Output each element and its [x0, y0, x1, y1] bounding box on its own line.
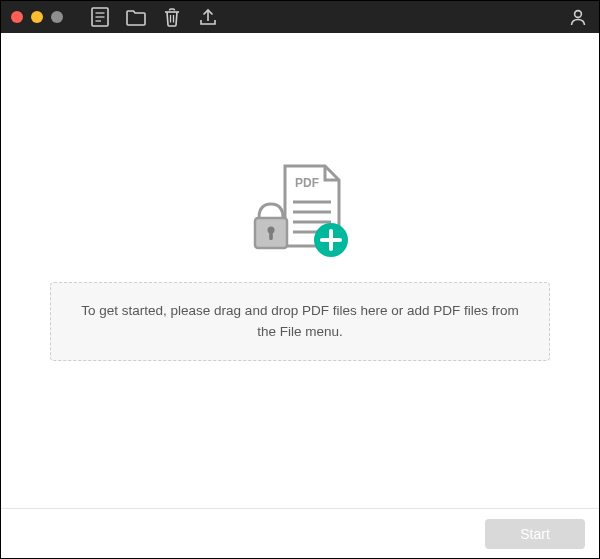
- user-icon[interactable]: [567, 6, 589, 28]
- window-maximize-button[interactable]: [51, 11, 63, 23]
- pdf-label: PDF: [295, 176, 319, 190]
- window-minimize-button[interactable]: [31, 11, 43, 23]
- window-controls: [11, 11, 63, 23]
- trash-icon[interactable]: [161, 6, 183, 28]
- start-button[interactable]: Start: [485, 519, 585, 549]
- open-folder-icon[interactable]: [125, 6, 147, 28]
- main-content: PDF To get started, please drag and d: [1, 33, 599, 508]
- window-close-button[interactable]: [11, 11, 23, 23]
- svg-point-6: [575, 11, 582, 18]
- plus-add-icon: [314, 223, 348, 257]
- titlebar: [1, 1, 599, 33]
- footer-bar: Start: [1, 508, 599, 558]
- new-document-icon[interactable]: [89, 6, 111, 28]
- toolbar-icons: [89, 6, 219, 28]
- svg-rect-13: [269, 231, 273, 240]
- upload-icon[interactable]: [197, 6, 219, 28]
- empty-state-illustration: PDF: [245, 160, 355, 264]
- drop-message: To get started, please drag and drop PDF…: [81, 303, 518, 339]
- lock-icon: [255, 204, 287, 248]
- drop-zone[interactable]: To get started, please drag and drop PDF…: [50, 282, 550, 362]
